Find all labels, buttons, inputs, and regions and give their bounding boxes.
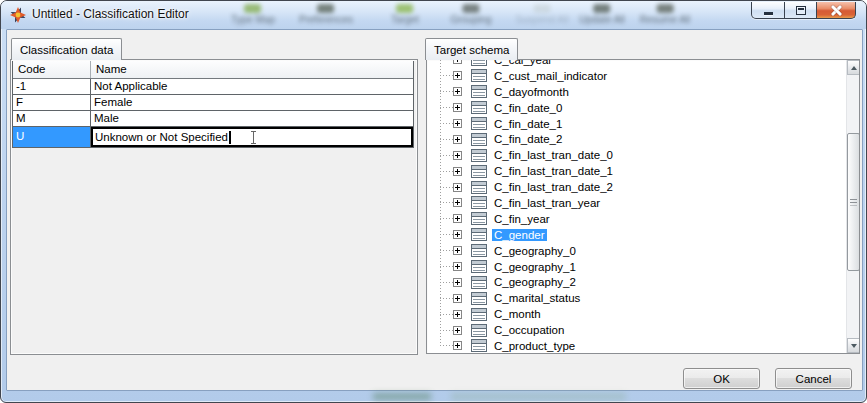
table-icon	[471, 101, 487, 114]
tree-item-label: C_dayofmonth	[492, 86, 571, 98]
tree-connector	[440, 91, 453, 92]
blurred-toolbar-item: Resume All	[640, 4, 691, 25]
blurred-toolbar-icon	[244, 4, 261, 13]
tree-item[interactable]: C_fin_last_tran_year	[427, 195, 846, 211]
tree-connector	[440, 282, 453, 283]
table-row[interactable]: MMale	[13, 111, 413, 127]
tree-item-label: C_cal_year	[492, 60, 554, 66]
tree-connector	[440, 123, 453, 124]
classification-editor-window: Type MapPreferencesTargetGroupingSuspend…	[0, 0, 867, 403]
minimize-button[interactable]	[751, 2, 785, 19]
close-button[interactable]	[816, 2, 856, 19]
tree-connector	[440, 345, 453, 346]
maximize-button[interactable]	[784, 2, 817, 19]
tree-item[interactable]: C_geography_1	[427, 259, 846, 275]
tree-item[interactable]: C_marital_status	[427, 290, 846, 306]
expand-icon[interactable]	[453, 198, 462, 207]
tree-item[interactable]: C_month	[427, 306, 846, 322]
tab-target-schema[interactable]: Target schema	[425, 38, 518, 60]
tree-item[interactable]: C_cal_year	[427, 60, 846, 68]
tree-item[interactable]: C_geography_0	[427, 243, 846, 259]
tab-label: Classification data	[20, 44, 113, 56]
blurred-toolbar-item: Update All	[579, 4, 625, 25]
blurred-toolbar-item: Grouping	[450, 4, 491, 25]
tree-item[interactable]: C_fin_year	[427, 211, 846, 227]
blurred-toolbar-label: Suspend All	[516, 14, 569, 25]
cancel-button[interactable]: Cancel	[775, 368, 852, 389]
name-cell[interactable]: Not Applicable	[91, 79, 413, 94]
tree-item[interactable]: C_fin_last_tran_date_2	[427, 179, 846, 195]
expand-icon[interactable]	[453, 71, 462, 80]
scroll-down-button[interactable]	[847, 338, 860, 353]
scrollbar-thumb[interactable]	[847, 133, 860, 271]
code-cell[interactable]: -1	[13, 79, 91, 94]
tree-item[interactable]: C_fin_date_2	[427, 131, 846, 147]
tree-item[interactable]: C_occupation	[427, 322, 846, 338]
glass-smudge	[373, 393, 431, 400]
expand-icon[interactable]	[453, 310, 462, 319]
tab-classification-data[interactable]: Classification data	[11, 38, 122, 60]
expand-icon[interactable]	[453, 119, 462, 128]
column-header-name[interactable]: Name	[91, 61, 413, 78]
tab-label: Target schema	[434, 44, 509, 56]
code-cell[interactable]: F	[13, 95, 91, 110]
ibeam-cursor	[253, 131, 254, 144]
ok-button[interactable]: OK	[683, 368, 760, 389]
tree-item-label: C_fin_last_tran_year	[492, 197, 602, 209]
expand-icon[interactable]	[453, 246, 462, 255]
tree-item[interactable]: C_cust_mail_indicator	[427, 68, 846, 84]
expand-icon[interactable]	[453, 87, 462, 96]
tree-item[interactable]: C_fin_date_0	[427, 100, 846, 116]
name-cell[interactable]: Unknown or Not Specified	[91, 127, 413, 147]
table-row[interactable]: -1Not Applicable	[13, 79, 413, 95]
table-icon	[471, 196, 487, 209]
expand-icon[interactable]	[453, 262, 462, 271]
vertical-scrollbar[interactable]	[846, 60, 859, 353]
titlebar[interactable]: Type MapPreferencesTargetGroupingSuspend…	[1, 1, 866, 29]
tree-item[interactable]: C_fin_last_tran_date_1	[427, 163, 846, 179]
tree-item-label: C_fin_date_2	[492, 133, 564, 145]
name-cell[interactable]: Male	[91, 111, 413, 126]
table-row[interactable]: UUnknown or Not Specified	[13, 127, 413, 148]
scroll-up-button[interactable]	[847, 60, 860, 75]
column-header-code[interactable]: Code	[13, 61, 91, 78]
code-cell[interactable]: M	[13, 111, 91, 126]
tree-item[interactable]: C_gender	[427, 227, 846, 243]
tree-item[interactable]: C_geography_2	[427, 274, 846, 290]
expand-icon[interactable]	[453, 341, 462, 350]
code-cell[interactable]: U	[13, 127, 91, 147]
tree-item[interactable]: C_dayofmonth	[427, 84, 846, 100]
tree-item[interactable]: C_product_type	[427, 338, 846, 353]
tree-connector	[440, 75, 453, 76]
close-icon	[830, 5, 842, 16]
tree-item-label: C_fin_date_0	[492, 102, 564, 114]
screen: Type MapPreferencesTargetGroupingSuspend…	[0, 0, 867, 403]
table-icon	[471, 228, 487, 241]
table-icon	[471, 324, 487, 337]
expand-icon[interactable]	[453, 167, 462, 176]
table-row[interactable]: FFemale	[13, 95, 413, 111]
tree-item[interactable]: C_fin_date_1	[427, 116, 846, 132]
blurred-toolbar-item: Suspend All	[516, 4, 569, 25]
tree-item-label: C_occupation	[492, 324, 566, 336]
table-header: Code Name	[13, 61, 413, 79]
table-icon	[471, 244, 487, 257]
app-icon[interactable]	[10, 7, 26, 23]
expand-icon[interactable]	[453, 135, 462, 144]
expand-icon[interactable]	[453, 183, 462, 192]
expand-icon[interactable]	[453, 214, 462, 223]
expand-icon[interactable]	[453, 278, 462, 287]
target-schema-panel: C_cal_yearC_cust_mail_indicatorC_dayofmo…	[426, 59, 860, 354]
tree-connector	[440, 330, 453, 331]
expand-icon[interactable]	[453, 326, 462, 335]
table-icon	[471, 60, 487, 66]
tree-item[interactable]: C_fin_last_tran_date_0	[427, 147, 846, 163]
expand-icon[interactable]	[453, 294, 462, 303]
glass-smudge	[451, 393, 626, 400]
expand-icon[interactable]	[453, 103, 462, 112]
name-cell[interactable]: Female	[91, 95, 413, 110]
maximize-icon	[796, 6, 806, 15]
expand-icon[interactable]	[453, 60, 462, 64]
expand-icon[interactable]	[453, 151, 462, 160]
expand-icon[interactable]	[453, 230, 462, 239]
